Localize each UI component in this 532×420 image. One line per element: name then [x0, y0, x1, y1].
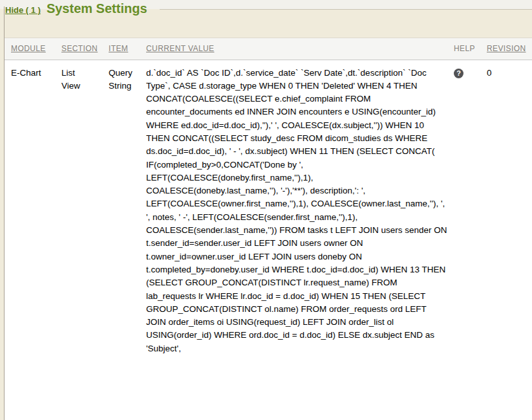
page-title: System Settings [47, 1, 147, 16]
system-settings-page: { "panel": { "hide_link_label": "Hide ( … [0, 0, 532, 420]
column-header-revision[interactable]: REVISION [480, 38, 532, 60]
help-question-icon[interactable]: ? [454, 69, 463, 78]
column-header-module[interactable]: MODULE [5, 38, 55, 60]
column-header-item[interactable]: ITEM [102, 38, 140, 60]
cell-item: Query String [102, 60, 140, 355]
settings-table: MODULE SECTION ITEM CURRENT VALUE HELP R… [5, 38, 532, 355]
panel-legend: Hide ( 1 ) System Settings [5, 1, 147, 16]
cell-help: ? [447, 60, 480, 355]
section-value: List View [61, 67, 94, 93]
column-header-current-value[interactable]: CURRENT VALUE [140, 38, 447, 60]
table-row[interactable]: E-Chart List View Query String d.`doc_id… [5, 60, 532, 355]
hide-link[interactable]: Hide ( 1 ) [5, 5, 41, 15]
cell-module: E-Chart [5, 60, 55, 355]
query-string-value: d.`doc_id` AS `Doc ID`,d.`service_date` … [146, 67, 447, 356]
cell-section: List View [55, 60, 102, 355]
fieldset-top-border [160, 9, 532, 10]
column-header-section[interactable]: SECTION [55, 38, 102, 60]
table-header-row: MODULE SECTION ITEM CURRENT VALUE HELP R… [5, 38, 532, 60]
settings-table-container: MODULE SECTION ITEM CURRENT VALUE HELP R… [5, 38, 532, 420]
item-value: Query String [109, 67, 141, 93]
column-header-help: HELP [447, 38, 480, 60]
cell-revision: 0 [480, 60, 532, 355]
cell-current-value: d.`doc_id` AS `Doc ID`,d.`service_date` … [140, 60, 447, 355]
